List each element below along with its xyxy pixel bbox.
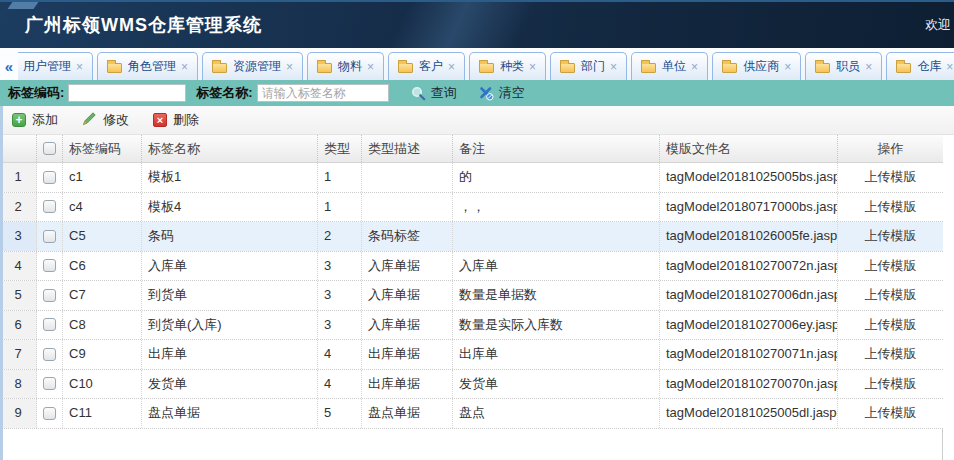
- row-checkbox[interactable]: [43, 171, 56, 184]
- row-number: 1: [0, 163, 37, 192]
- tab-close-icon[interactable]: ×: [181, 61, 188, 73]
- tag-name-input[interactable]: [257, 84, 389, 102]
- upload-template-link[interactable]: 上传模版: [865, 258, 917, 273]
- cell-tag-name: 模板1: [142, 163, 318, 192]
- table-row[interactable]: 4 C6 入库单 3 入库单据 入库单 tagModel201810270072…: [0, 252, 943, 282]
- tab-资源管理[interactable]: 资源管理 ×: [202, 52, 303, 80]
- row-checkbox-cell: [37, 193, 63, 222]
- upload-template-link[interactable]: 上传模版: [865, 287, 917, 302]
- tab-职员[interactable]: 职员 ×: [805, 52, 882, 80]
- cell-type: 2: [318, 222, 362, 251]
- table-row[interactable]: 9 C11 盘点单据 5 盘点单据 盘点 tagModel20181025005…: [0, 399, 943, 429]
- cell-type-desc: 入库单据: [362, 281, 453, 310]
- table-row[interactable]: 8 C10 发货单 4 出库单据 发货单 tagModel20181027007…: [0, 370, 943, 400]
- header-type[interactable]: 类型: [318, 135, 362, 162]
- tag-name-label: 标签名称:: [196, 84, 252, 102]
- upload-template-link[interactable]: 上传模版: [865, 376, 917, 391]
- upload-template-link[interactable]: 上传模版: [865, 317, 917, 332]
- upload-template-link[interactable]: 上传模版: [865, 169, 917, 184]
- tab-供应商[interactable]: 供应商 ×: [712, 52, 801, 80]
- header-type-desc[interactable]: 类型描述: [362, 135, 453, 162]
- add-button-label: 添加: [32, 111, 58, 129]
- cell-actions: 上传模版: [838, 163, 943, 192]
- row-number: 6: [0, 311, 37, 340]
- edit-button[interactable]: 修改: [82, 111, 129, 129]
- upload-template-link[interactable]: 上传模版: [865, 405, 917, 420]
- tab-close-icon[interactable]: ×: [367, 61, 374, 73]
- header-tag-code[interactable]: 标签编码: [63, 135, 142, 162]
- tab-单位[interactable]: 单位 ×: [631, 52, 708, 80]
- row-checkbox-cell: [37, 340, 63, 369]
- tab-部门[interactable]: 部门 ×: [550, 52, 627, 80]
- tab-close-icon[interactable]: ×: [448, 61, 455, 73]
- row-checkbox[interactable]: [43, 407, 56, 420]
- delete-button[interactable]: × 删除: [153, 111, 199, 129]
- row-checkbox-cell: [37, 222, 63, 251]
- table-row[interactable]: 2 c4 模板4 1 ，， tagModel20180717000bs.jasp…: [0, 193, 943, 223]
- tab-bar: « 用户管理 × 角色管理 × 资源管理 × 物料 × 客户 × 种类 × 部门…: [0, 48, 954, 80]
- tab-客户[interactable]: 客户 ×: [388, 52, 465, 80]
- cell-template-file: tagModel201810270070n.jaspe: [660, 370, 838, 399]
- cell-template-file: tagModel201810270071n.jaspe: [660, 340, 838, 369]
- header-row-number: [0, 135, 37, 162]
- clear-button[interactable]: 清空: [479, 84, 525, 102]
- cell-type: 3: [318, 281, 362, 310]
- cell-tag-code: C11: [63, 399, 142, 428]
- tab-种类[interactable]: 种类 ×: [469, 52, 546, 80]
- select-all-checkbox[interactable]: [43, 142, 56, 155]
- tab-close-icon[interactable]: ×: [529, 61, 536, 73]
- table-row[interactable]: 5 C7 到货单 3 入库单据 数量是单据数 tagModel201810270…: [0, 281, 943, 311]
- tab-label: 种类: [500, 58, 524, 75]
- row-checkbox[interactable]: [43, 259, 56, 272]
- header-tag-name[interactable]: 标签名称: [142, 135, 318, 162]
- tab-角色管理[interactable]: 角色管理 ×: [97, 52, 198, 80]
- row-number: 7: [0, 340, 37, 369]
- upload-template-link[interactable]: 上传模版: [865, 199, 917, 214]
- folder-icon: [722, 63, 737, 73]
- tab-仓库[interactable]: 仓库 ×: [886, 52, 954, 80]
- row-checkbox[interactable]: [43, 377, 56, 390]
- cell-tag-name: 到货单(入库): [142, 311, 318, 340]
- tab-close-icon[interactable]: ×: [691, 61, 698, 73]
- row-number: 2: [0, 193, 37, 222]
- row-checkbox-cell: [37, 252, 63, 281]
- panel-left-border: [0, 106, 3, 460]
- table-row[interactable]: 7 C9 出库单 4 出库单据 出库单 tagModel201810270071…: [0, 340, 943, 370]
- folder-icon: [815, 63, 830, 73]
- row-number: 5: [0, 281, 37, 310]
- row-checkbox[interactable]: [43, 318, 56, 331]
- header-remark[interactable]: 备注: [453, 135, 660, 162]
- header-template-file[interactable]: 模版文件名: [660, 135, 838, 162]
- tab-close-icon[interactable]: ×: [946, 61, 953, 73]
- tab-close-icon[interactable]: ×: [76, 61, 83, 73]
- tab-close-icon[interactable]: ×: [784, 61, 791, 73]
- tab-物料[interactable]: 物料 ×: [307, 52, 384, 80]
- tab-close-icon[interactable]: ×: [286, 61, 293, 73]
- add-button[interactable]: + 添加: [12, 111, 58, 129]
- query-button[interactable]: 查询: [411, 84, 457, 102]
- table-row[interactable]: 6 C8 到货单(入库) 3 入库单据 数量是实际入库数 tagModel201…: [0, 311, 943, 341]
- table-row[interactable]: 1 c1 模板1 1 的 tagModel20181025005bs.jaspe…: [0, 163, 943, 193]
- cell-tag-name: 到货单: [142, 281, 318, 310]
- folder-icon: [317, 63, 332, 73]
- crud-toolbar: + 添加 修改 × 删除: [0, 106, 954, 135]
- tab-label: 资源管理: [233, 58, 281, 75]
- tag-code-input[interactable]: [68, 84, 186, 102]
- tabs-scroll-left-button[interactable]: «: [0, 52, 18, 80]
- cell-remark: 盘点: [453, 399, 660, 428]
- tab-用户管理[interactable]: 用户管理 ×: [18, 52, 93, 80]
- row-checkbox[interactable]: [43, 230, 56, 243]
- header-actions[interactable]: 操作: [838, 135, 943, 162]
- tab-label: 职员: [836, 58, 860, 75]
- tab-close-icon[interactable]: ×: [865, 61, 872, 73]
- folder-icon: [212, 63, 227, 73]
- row-checkbox[interactable]: [43, 289, 56, 302]
- upload-template-link[interactable]: 上传模版: [865, 346, 917, 361]
- table-row[interactable]: 3 C5 条码 2 条码标签 tagModel20181026005fe.jas…: [0, 222, 943, 252]
- row-checkbox[interactable]: [43, 200, 56, 213]
- cell-type: 4: [318, 340, 362, 369]
- cell-tag-name: 条码: [142, 222, 318, 251]
- tab-close-icon[interactable]: ×: [610, 61, 617, 73]
- upload-template-link[interactable]: 上传模版: [865, 228, 917, 243]
- row-checkbox[interactable]: [43, 348, 56, 361]
